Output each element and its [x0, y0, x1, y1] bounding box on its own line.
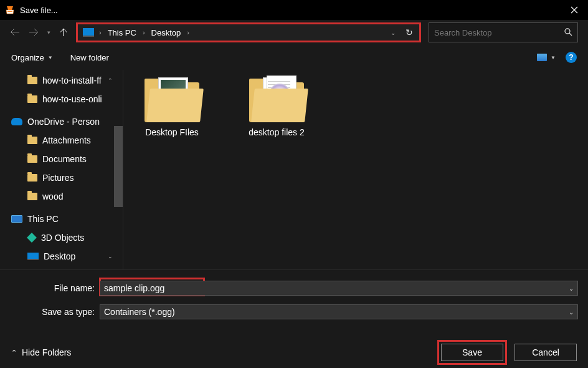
breadcrumb-root[interactable]: This PC [104, 28, 140, 37]
sidebar-item[interactable]: wood [0, 187, 123, 206]
thispc-icon [11, 215, 22, 223]
search-input[interactable] [434, 28, 564, 37]
sidebar-item-label: OneDrive - Person [27, 117, 100, 127]
filename-label: File name: [10, 283, 100, 293]
sidebar-onedrive[interactable]: OneDrive - Person [0, 112, 123, 131]
type-label: Save as type: [10, 307, 100, 317]
help-button[interactable]: ? [566, 52, 577, 63]
sidebar-item-label: wood [42, 191, 63, 201]
folder-icon [27, 155, 37, 163]
toolbar: Organize ▼ New folder ▼ ? [0, 45, 588, 70]
window-title: Save file... [20, 6, 560, 15]
forward-button[interactable]: 🡢 [29, 27, 39, 38]
body: how-to-install-ff ⌃ how-to-use-onli OneD… [0, 70, 588, 269]
sidebar: how-to-install-ff ⌃ how-to-use-onli OneD… [0, 70, 123, 269]
fields: File name: ⌄ Save as type: Containers (*… [0, 269, 588, 332]
scrollbar-thumb[interactable] [114, 126, 123, 207]
thispc-icon [83, 28, 94, 37]
chevron-icon: › [187, 29, 189, 36]
sidebar-item-label: how-to-use-onli [42, 94, 102, 104]
chevron-down-icon: ▼ [48, 55, 53, 61]
chevron-icon: › [143, 29, 145, 36]
highlight-box: Save [437, 340, 507, 365]
search-icon[interactable] [564, 27, 572, 38]
svg-rect-0 [7, 11, 12, 12]
address-dropdown[interactable]: ⌄ [391, 29, 396, 36]
up-button[interactable]: 🡡 [59, 27, 69, 38]
sidebar-item[interactable]: Pictures [0, 168, 123, 187]
filename-dropdown[interactable]: ⌄ [565, 285, 574, 292]
view-button[interactable]: ▼ [537, 54, 556, 61]
folder-item[interactable]: desktop files 2 [239, 77, 314, 137]
folder-item[interactable]: Desktop FIles [135, 77, 209, 137]
folder-icon-large [145, 77, 199, 122]
type-dropdown-caret: ⌄ [565, 309, 574, 316]
folder-icon-large [249, 77, 304, 122]
cancel-button[interactable]: Cancel [514, 344, 577, 361]
app-icon [5, 5, 15, 15]
sidebar-item[interactable]: how-to-use-onli [0, 90, 123, 109]
organize-label: Organize [11, 53, 44, 62]
sidebar-item[interactable]: Documents [0, 150, 123, 168]
onedrive-icon [11, 118, 22, 125]
filename-input[interactable] [104, 283, 565, 293]
folder-icon [27, 95, 37, 103]
refresh-button[interactable]: ↻ [405, 27, 413, 37]
view-icon [537, 54, 547, 61]
sidebar-item-label: Pictures [42, 173, 74, 183]
new-folder-button[interactable]: New folder [70, 53, 109, 62]
sidebar-item[interactable]: how-to-install-ff ⌃ [0, 71, 123, 90]
organize-menu[interactable]: Organize ▼ [11, 53, 53, 62]
item-label: desktop files 2 [249, 127, 305, 137]
breadcrumb-loc[interactable]: Desktop [148, 28, 185, 37]
type-value: Containers (*.ogg) [104, 307, 565, 317]
sidebar-item-label: This PC [27, 214, 59, 224]
sidebar-item-label: 3D Objects [41, 233, 84, 243]
sidebar-item[interactable]: Attachments [0, 131, 123, 150]
svg-point-1 [565, 29, 570, 34]
sidebar-item-label: Documents [42, 154, 87, 164]
chevron-icon: › [99, 29, 102, 36]
objects3d-icon [27, 233, 37, 243]
close-button[interactable] [560, 0, 588, 20]
sidebar-item-label: Attachments [42, 135, 91, 145]
hide-folders-toggle[interactable]: ⌃ Hide Folders [11, 347, 71, 357]
chevron-icon: ⌃ [108, 77, 113, 84]
chevron-down-icon: ▼ [551, 55, 556, 61]
folder-icon [27, 77, 37, 84]
title-bar: Save file... [0, 0, 588, 20]
address-bar[interactable]: › This PC › Desktop › ⌄ ↻ [76, 22, 421, 42]
folder-icon [27, 193, 37, 200]
back-button[interactable]: 🡠 [10, 27, 20, 38]
folder-icon [27, 174, 37, 182]
button-row: ⌃ Hide Folders Save Cancel [0, 332, 588, 368]
item-label: Desktop FIles [145, 127, 199, 137]
sidebar-item[interactable]: 3D Objects [0, 228, 123, 247]
content-pane[interactable]: Desktop FIles desktop files 2 [123, 70, 588, 269]
nav-row: 🡠 🡢 ▾ 🡡 › This PC › Desktop › ⌄ ↻ [0, 20, 588, 45]
filename-field-wrapper: ⌄ [100, 281, 578, 296]
history-dropdown[interactable]: ▾ [47, 29, 50, 36]
chevron-up-icon: ⌃ [11, 349, 17, 357]
type-select[interactable]: Containers (*.ogg) ⌄ [100, 304, 578, 319]
save-button[interactable]: Save [441, 344, 503, 361]
sidebar-thispc[interactable]: This PC [0, 210, 123, 228]
chevron-icon: ⌄ [108, 253, 113, 259]
folder-icon [27, 137, 37, 144]
search-box[interactable] [429, 22, 578, 42]
sidebar-item-desktop[interactable]: Desktop ⌄ [0, 247, 123, 266]
hide-folders-label: Hide Folders [22, 347, 71, 357]
sidebar-item-label: Desktop [44, 251, 75, 261]
desktop-icon [27, 253, 39, 260]
nav-arrows: 🡠 🡢 ▾ 🡡 [10, 27, 69, 38]
sidebar-item-label: how-to-install-ff [42, 75, 102, 85]
